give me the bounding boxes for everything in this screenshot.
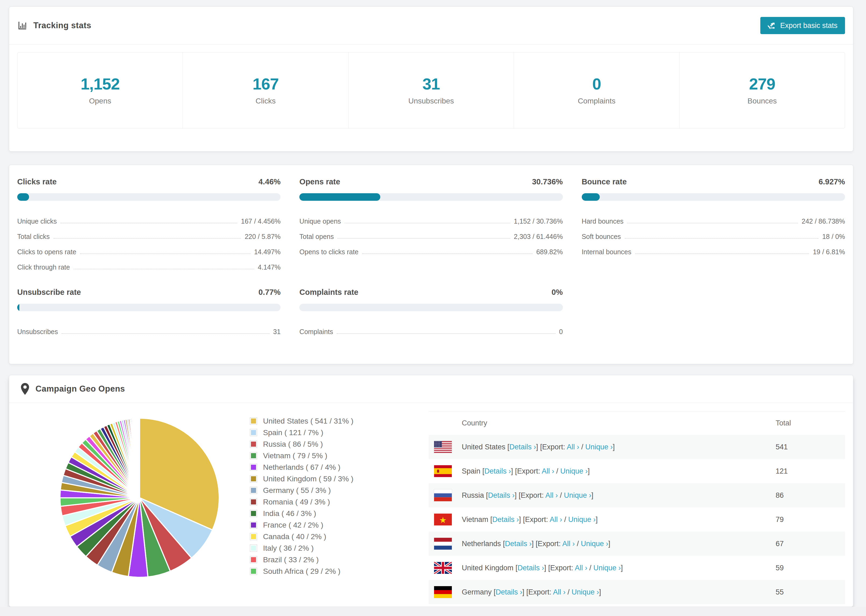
export-unique-link[interactable]: Unique › (572, 588, 599, 596)
clicks-rate-progress-fill (17, 193, 29, 201)
clicks-rate-block: Clicks rate4.46%Unique clicks167 / 4.456… (17, 178, 280, 271)
dotted-leader (60, 223, 237, 223)
export-all-link[interactable]: All › (567, 443, 579, 451)
stat-value: 4.147% (258, 263, 281, 271)
country-links: Russia [Details ›] [Export: All › / Uniq… (462, 491, 593, 500)
details-link[interactable]: Details › (505, 540, 532, 548)
column-header-country: Country (429, 419, 776, 427)
export-all-link[interactable]: All › (575, 564, 587, 572)
complaints-rate-rows: Complaints0 (299, 321, 563, 336)
bracket: ] (599, 588, 601, 596)
legend-label: Italy ( 36 / 2% ) (263, 544, 313, 553)
summary-stat-complaints: 0Complaints (514, 52, 679, 128)
bracket: ] [ (536, 443, 542, 451)
opens-rate-progress-fill (299, 193, 380, 201)
legend-swatch (250, 522, 257, 529)
country-name: Spain (462, 467, 482, 475)
details-link[interactable]: Details › (518, 564, 544, 572)
export-all-link[interactable]: All › (542, 467, 554, 475)
bracket: ] (612, 443, 615, 451)
legend-label: South Africa ( 29 / 2% ) (263, 567, 340, 576)
complaints-rate-title: Complaints rate (299, 288, 358, 297)
country-name: Russia (462, 491, 486, 499)
export-unique-link[interactable]: Unique › (581, 540, 608, 548)
bracket: ] [ (532, 540, 538, 548)
export-label: Export: (538, 540, 562, 548)
unsubscribe-rate-block: Unsubscribe rate0.77%Unsubscribes31 (17, 288, 280, 336)
summary-label: Complaints (578, 97, 615, 105)
export-unique-link[interactable]: Unique › (568, 515, 596, 523)
legend-label: United Kingdom ( 59 / 3% ) (263, 475, 353, 483)
stat-row: Total clicks220 / 5.87% (17, 225, 280, 240)
summary-stat-clicks: 167Clicks (183, 52, 348, 128)
legend-swatch (250, 567, 257, 575)
bounce-rate-block: Bounce rate6.927%Hard bounces242 / 86.73… (582, 178, 845, 271)
rates-card: Clicks rate4.46%Unique clicks167 / 4.456… (9, 165, 853, 364)
stat-row: Click through rate4.147% (17, 256, 280, 271)
clicks-rate-value: 4.46% (258, 178, 280, 186)
opens-rate-progress-bar (299, 193, 563, 201)
export-all-link[interactable]: All › (550, 515, 562, 523)
bracket: [ (503, 540, 505, 548)
stat-row: Unique clicks167 / 4.456% (17, 210, 280, 225)
bracket: ] [ (515, 491, 521, 499)
summary-stat-bounces: 279Bounces (680, 52, 845, 128)
geo-table-row: Germany [Details ›] [Export: All › / Uni… (429, 580, 845, 604)
export-unique-link[interactable]: Unique › (585, 443, 612, 451)
stat-label: Unique opens (299, 217, 341, 225)
details-link[interactable]: Details › (488, 491, 515, 499)
dotted-leader (80, 253, 250, 254)
stat-label: Opens to clicks rate (299, 248, 359, 256)
bounce-rate-progress-fill (582, 193, 600, 201)
slash: / (554, 467, 561, 475)
export-all-link[interactable]: All › (553, 588, 565, 596)
export-all-link[interactable]: All › (545, 491, 558, 499)
country-links: Germany [Details ›] [Export: All › / Uni… (462, 588, 601, 596)
geo-table-header: Country Total (429, 411, 845, 435)
legend-swatch (250, 475, 257, 482)
geo-pie-chart[interactable] (56, 415, 223, 581)
bracket: ] (591, 491, 594, 499)
total-cell: 79 (776, 515, 845, 524)
export-basic-stats-button[interactable]: Export basic stats (760, 17, 845, 34)
export-unique-link[interactable]: Unique › (560, 467, 587, 475)
stat-value: 2,303 / 61.446% (514, 233, 563, 240)
details-link[interactable]: Details › (496, 588, 522, 596)
stat-label: Complaints (299, 328, 333, 336)
tracking-stats-header: Tracking stats Export basic stats (9, 7, 853, 44)
bounce-rate-rows: Hard bounces242 / 86.738%Soft bounces18 … (582, 210, 845, 256)
export-icon (768, 22, 776, 30)
dotted-leader (627, 223, 798, 223)
legend-item: Brazil ( 33 / 2% ) (250, 554, 376, 566)
export-all-link[interactable]: All › (562, 540, 575, 548)
stat-label: Soft bounces (582, 233, 621, 240)
export-unique-link[interactable]: Unique › (564, 491, 591, 499)
bracket: ] [ (522, 588, 529, 596)
dotted-leader (625, 238, 819, 239)
details-link[interactable]: Details › (484, 467, 511, 475)
bracket: [ (516, 564, 518, 572)
opens-rate-rows: Unique opens1,152 / 30.736%Total opens2,… (299, 210, 563, 256)
geo-header: Campaign Geo Opens (9, 375, 853, 402)
opens-rate-block: Opens rate30.736%Unique opens1,152 / 30.… (299, 178, 563, 271)
ru-flag-icon (434, 489, 452, 501)
legend-swatch (250, 510, 257, 517)
export-unique-link[interactable]: Unique › (593, 564, 621, 572)
dotted-leader (54, 238, 241, 239)
legend-swatch (250, 464, 257, 471)
details-link[interactable]: Details › (509, 443, 536, 451)
pie-slice[interactable] (139, 418, 140, 498)
unsubscribe-rate-value: 0.77% (258, 288, 280, 297)
legend-item: United States ( 541 / 31% ) (250, 415, 376, 427)
export-label: Export: (521, 491, 545, 499)
slash: / (575, 540, 581, 548)
legend-swatch (250, 545, 257, 552)
bracket: [ (482, 467, 485, 475)
details-link[interactable]: Details › (493, 515, 519, 523)
bracket: ] (587, 467, 590, 475)
geo-body: United States ( 541 / 31% )Spain ( 121 /… (9, 403, 853, 604)
summary-label: Opens (89, 97, 111, 105)
slash: / (565, 588, 572, 596)
country-links: United States [Details ›] [Export: All ›… (462, 443, 615, 451)
legend-label: Netherlands ( 67 / 4% ) (263, 463, 340, 472)
